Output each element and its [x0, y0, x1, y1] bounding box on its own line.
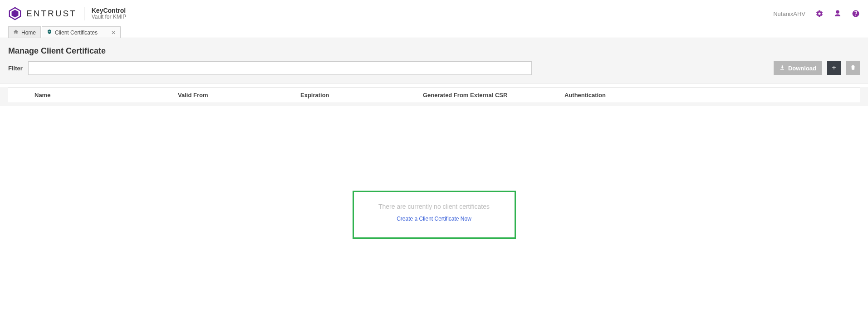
certificates-table: Name Valid From Expiration Generated Fro…: [0, 87, 868, 106]
app-header: ENTRUST KeyControl Vault for KMIP Nutani…: [0, 0, 868, 25]
page-body: Manage Client Certificate Filter Downloa…: [0, 38, 868, 84]
trash-icon: [850, 64, 856, 72]
download-icon: [779, 64, 785, 72]
brand-text: ENTRUST: [26, 9, 77, 19]
toolbar: Filter Download: [8, 61, 860, 75]
tab-label: Client Certificates: [55, 30, 98, 36]
add-button[interactable]: [827, 61, 841, 75]
product-name: KeyControl: [92, 7, 126, 14]
empty-state-area: There are currently no client certificat…: [0, 106, 868, 320]
column-header-name[interactable]: Name: [34, 92, 178, 98]
gear-icon[interactable]: [815, 10, 824, 18]
filter-input[interactable]: [28, 61, 532, 75]
header-left: ENTRUST KeyControl Vault for KMIP: [8, 7, 126, 20]
svg-marker-1: [12, 10, 19, 18]
help-icon[interactable]: [852, 10, 860, 18]
product-block: KeyControl Vault for KMIP: [84, 7, 126, 20]
filter-label: Filter: [8, 65, 23, 72]
brand-logo-icon: [8, 7, 22, 20]
column-header-valid-from[interactable]: Valid From: [178, 92, 300, 98]
tab-bar: Home Client Certificates ✕: [0, 25, 868, 38]
certificate-icon: [47, 29, 52, 36]
header-right: NutanixAHV: [773, 10, 860, 18]
download-label: Download: [788, 65, 816, 72]
plus-icon: [831, 64, 837, 72]
tab-label: Home: [21, 30, 36, 36]
download-button[interactable]: Download: [774, 61, 822, 75]
empty-state-message: There are currently no client certificat…: [376, 203, 493, 210]
product-subtitle: Vault for KMIP: [92, 14, 126, 20]
column-header-authentication[interactable]: Authentication: [564, 92, 860, 98]
column-header-external-csr[interactable]: Generated From External CSR: [423, 92, 564, 98]
create-certificate-link[interactable]: Create a Client Certificate Now: [376, 216, 493, 222]
tab-home[interactable]: Home: [8, 26, 41, 38]
page-title: Manage Client Certificate: [8, 46, 860, 56]
brand-block: ENTRUST: [8, 7, 77, 20]
delete-button[interactable]: [846, 61, 860, 75]
user-icon[interactable]: [834, 10, 842, 18]
empty-state-box: There are currently no client certificat…: [353, 191, 516, 239]
close-icon[interactable]: ✕: [111, 30, 116, 35]
table-header-row: Name Valid From Expiration Generated Fro…: [8, 87, 860, 103]
column-header-expiration[interactable]: Expiration: [300, 92, 423, 98]
home-icon: [13, 29, 19, 36]
tenant-name: NutanixAHV: [773, 10, 805, 17]
tab-client-certificates[interactable]: Client Certificates ✕: [42, 26, 121, 38]
